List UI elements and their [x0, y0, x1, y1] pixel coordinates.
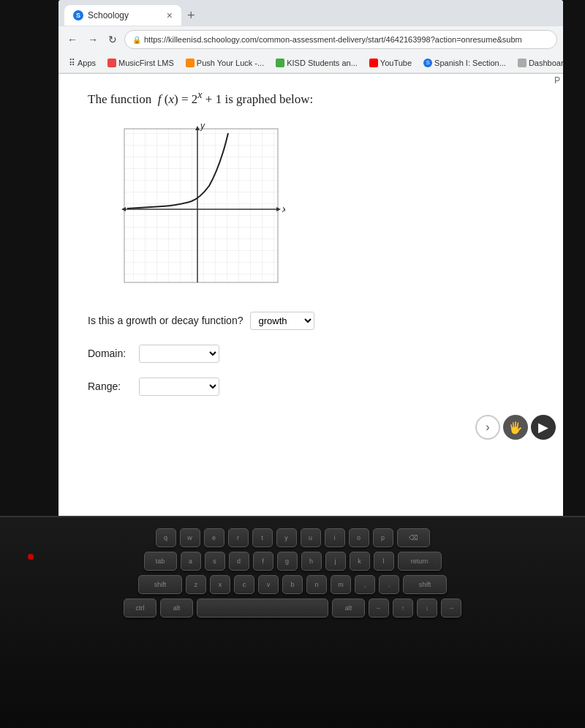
youtube-icon	[369, 59, 378, 67]
key-shift-left[interactable]: shift	[138, 575, 182, 594]
url-text: https://killeenisd.schoology.com/common-…	[144, 35, 522, 44]
key-alt-right[interactable]: alt	[332, 598, 365, 618]
key-x[interactable]: x	[210, 575, 230, 594]
bookmark-pushyourluck[interactable]: Push Your Luck -...	[181, 57, 268, 69]
svg-text:y: y	[200, 121, 205, 131]
key-e[interactable]: e	[204, 528, 224, 547]
keyboard-rows: q w e r t y u i o p ⌫ tab a s d f g h j …	[0, 517, 585, 625]
key-comma[interactable]: ,	[355, 575, 375, 594]
key-left[interactable]: ←	[369, 598, 389, 618]
growth-decay-row: Is this a growth or decay function? grow…	[88, 312, 534, 330]
key-i[interactable]: i	[325, 528, 345, 547]
key-d[interactable]: d	[229, 552, 249, 571]
svg-marker-4	[195, 126, 200, 130]
key-down[interactable]: ↓	[417, 598, 437, 618]
key-row-3: shift z x c v b n m , . shift	[22, 575, 563, 594]
key-k[interactable]: k	[350, 552, 370, 571]
play-icon: ▶	[538, 419, 548, 435]
bookmark-pushyourluck-label: Push Your Luck -...	[197, 59, 264, 67]
reload-button[interactable]: ↻	[105, 32, 120, 47]
p-indicator: P	[554, 75, 560, 86]
key-r[interactable]: r	[228, 528, 249, 547]
key-v[interactable]: v	[258, 575, 279, 594]
previous-button[interactable]: ›	[475, 415, 500, 440]
key-b[interactable]: b	[282, 575, 303, 594]
key-t[interactable]: t	[252, 528, 273, 547]
bookmark-kisd-label: KISD Students an...	[287, 59, 358, 67]
graph-container: x y	[110, 121, 285, 297]
key-n[interactable]: n	[306, 575, 327, 594]
new-tab-button[interactable]: +	[183, 8, 200, 23]
key-up[interactable]: ↑	[393, 598, 413, 618]
bookmark-spanish[interactable]: S Spanish I: Section...	[419, 57, 510, 69]
key-shift-right[interactable]: shift	[403, 575, 447, 594]
key-space[interactable]	[197, 598, 328, 618]
bookmark-apps-label: Apps	[78, 59, 96, 67]
svg-text:x: x	[282, 204, 285, 214]
bookmark-dashboard-label: Dashboard - ...	[529, 59, 563, 67]
bookmark-kisd[interactable]: KISD Students an...	[271, 57, 362, 69]
side-buttons: › 🖐 ▶	[475, 415, 556, 440]
hand-button[interactable]: 🖐	[503, 415, 528, 440]
key-s[interactable]: s	[205, 552, 225, 571]
page-content: P The function f (x) = 2x + 1 is graphed…	[58, 74, 563, 484]
active-tab[interactable]: S Schoology ×	[64, 5, 181, 26]
tab-favicon: S	[73, 10, 83, 20]
key-u[interactable]: u	[301, 528, 321, 547]
key-g[interactable]: g	[277, 552, 298, 571]
growth-decay-select[interactable]: growth decay	[250, 312, 314, 330]
range-row: Range:	[88, 378, 534, 396]
growth-decay-label: Is this a growth or decay function?	[88, 315, 243, 326]
keyboard-area: q w e r t y u i o p ⌫ tab a s d f g h j …	[0, 516, 585, 728]
key-tab[interactable]: tab	[144, 552, 177, 571]
key-right[interactable]: →	[441, 598, 461, 618]
browser-window: S Schoology × + ← → ↻ 🔒 https://killeeni…	[58, 0, 563, 519]
bookmark-youtube-label: YouTube	[380, 59, 412, 67]
browser-chrome: S Schoology × + ← → ↻ 🔒 https://killeeni…	[58, 0, 563, 74]
key-c[interactable]: c	[234, 575, 254, 594]
forward-button[interactable]: →	[85, 32, 101, 47]
key-w[interactable]: w	[180, 528, 200, 547]
key-ctrl[interactable]: ctrl	[124, 598, 156, 618]
key-o[interactable]: o	[349, 528, 369, 547]
key-q[interactable]: q	[156, 528, 176, 547]
bookmark-musicfirst-label: MusicFirst LMS	[118, 59, 174, 67]
key-f[interactable]: f	[253, 552, 273, 571]
tab-label: Schoology	[88, 10, 129, 20]
key-l[interactable]: l	[374, 552, 394, 571]
key-period[interactable]: .	[379, 575, 399, 594]
play-button[interactable]: ▶	[531, 415, 556, 440]
chevron-left-icon: ›	[486, 421, 489, 434]
svg-marker-5	[121, 207, 126, 211]
address-bar-row: ← → ↻ 🔒 https://killeenisd.schoology.com…	[58, 26, 563, 53]
key-row-2: tab a s d f g h j k l return	[22, 552, 563, 571]
apps-icon: ⠿	[69, 58, 75, 68]
key-y[interactable]: y	[276, 528, 297, 547]
key-alt[interactable]: alt	[160, 598, 193, 618]
tab-close-button[interactable]: ×	[167, 10, 173, 20]
key-m[interactable]: m	[331, 575, 351, 594]
kisd-icon	[276, 59, 284, 67]
key-j[interactable]: j	[325, 552, 346, 571]
key-backspace[interactable]: ⌫	[397, 528, 430, 547]
dashboard-icon	[518, 59, 526, 67]
key-a[interactable]: a	[181, 552, 201, 571]
domain-label: Domain:	[88, 348, 132, 359]
key-p[interactable]: p	[373, 528, 393, 547]
address-box[interactable]: 🔒 https://killeenisd.schoology.com/commo…	[124, 30, 557, 49]
key-row-1: q w e r t y u i o p ⌫	[22, 528, 563, 547]
key-h[interactable]: h	[301, 552, 322, 571]
bookmark-youtube[interactable]: YouTube	[365, 57, 416, 69]
domain-row: Domain:	[88, 345, 534, 363]
back-button[interactable]: ←	[64, 32, 80, 47]
key-row-4: ctrl alt alt ← ↑ ↓ →	[22, 598, 563, 618]
bookmark-musicfirst[interactable]: MusicFirst LMS	[103, 57, 178, 69]
function-graph: x y	[110, 121, 285, 297]
red-indicator-dot	[28, 554, 34, 560]
domain-select[interactable]	[139, 345, 219, 363]
bookmark-dashboard[interactable]: Dashboard - ...	[513, 57, 563, 69]
key-z[interactable]: z	[186, 575, 206, 594]
range-select[interactable]	[139, 378, 219, 396]
bookmark-apps[interactable]: ⠿ Apps	[64, 56, 100, 70]
key-enter[interactable]: return	[398, 552, 442, 571]
